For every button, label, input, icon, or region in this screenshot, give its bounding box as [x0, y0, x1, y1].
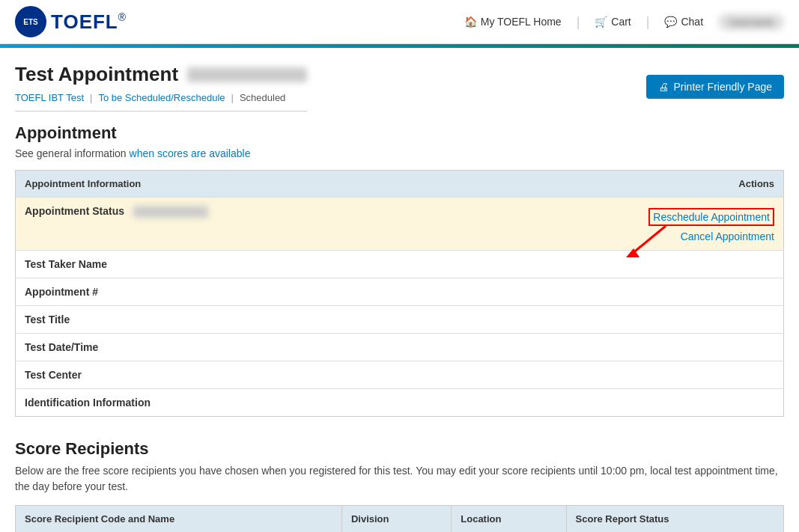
table-row: Test Title — [16, 306, 784, 334]
breadcrumb-sep-1: | — [90, 92, 92, 103]
table-row: Test Date/Time — [16, 334, 784, 361]
page-title: Test Appointment — [15, 63, 178, 86]
actions-cell-empty-4 — [620, 334, 783, 361]
cart-icon: 🛒 — [595, 16, 607, 28]
appointment-subtitle: See general information when scores are … — [15, 147, 784, 159]
logo-area: ETS TOEFL® — [15, 6, 127, 37]
table-row: Identification Information — [16, 389, 784, 417]
table-row: Appointment Status Reschedule Appointmen… — [16, 198, 784, 251]
breadcrumb-item-0[interactable]: TOEFL IBT Test — [15, 92, 84, 103]
breadcrumb-sep-2: | — [231, 92, 234, 103]
score-recipients-title: Score Recipients — [15, 439, 784, 459]
score-section-description: Below are the free score recipients you … — [15, 463, 784, 495]
actions-cell-empty-6 — [620, 389, 783, 417]
test-center-label: Test Center — [16, 361, 621, 389]
printer-icon: 🖨 — [658, 81, 669, 93]
test-taker-name-label: Test Taker Name — [16, 251, 621, 278]
chat-nav-link[interactable]: 💬 Chat — [664, 16, 703, 28]
chat-icon: 💬 — [664, 16, 677, 28]
actions-cell: Reschedule Appointment Cancel Appointmen… — [620, 198, 783, 251]
username-pill: Username — [718, 13, 784, 31]
actions-cell-empty-1 — [620, 251, 783, 278]
test-title-label: Test Title — [16, 306, 621, 334]
nav-separator-2: | — [646, 14, 650, 30]
appt-status-value-blur — [133, 206, 208, 218]
toefl-logo: TOEFL® — [51, 10, 127, 34]
col-score-report-status: Score Report Status — [566, 506, 783, 533]
printer-friendly-button[interactable]: 🖨 Printer Friendly Page — [646, 75, 784, 99]
score-table-header: Score Recipient Code and Name Division L… — [16, 506, 784, 533]
nav-separator-1: | — [577, 14, 580, 30]
table-row: Appointment # — [16, 278, 784, 306]
actions-cell-empty-3 — [620, 306, 783, 334]
cancel-appointment-link[interactable]: Cancel Appointment — [681, 230, 774, 242]
appointment-number-label: Appointment # — [16, 278, 621, 306]
cart-nav-link[interactable]: 🛒 Cart — [595, 16, 631, 28]
actions-cell-empty-5 — [620, 361, 783, 389]
nav-links: 🏠 My TOEFL Home | 🛒 Cart | 💬 Chat Userna… — [464, 13, 784, 31]
svg-line-0 — [632, 226, 666, 254]
toolbar-row: 🖨 Printer Friendly Page — [646, 75, 784, 99]
identification-info-label: Identification Information — [16, 389, 621, 417]
score-recipients-table: Score Recipient Code and Name Division L… — [15, 505, 784, 532]
breadcrumb: TOEFL IBT Test | To be Scheduled/Resched… — [15, 92, 307, 111]
appointment-title: Appointment — [15, 123, 784, 143]
actions-column: Reschedule Appointment Cancel Appointmen… — [629, 205, 774, 242]
breadcrumb-item-2: Scheduled — [240, 92, 285, 103]
page-title-row: Test Appointment — [15, 63, 307, 86]
header: ETS TOEFL® 🏠 My TOEFL Home | 🛒 Cart | 💬 … — [0, 0, 799, 44]
scores-available-link[interactable]: when scores are available — [130, 147, 251, 159]
breadcrumb-item-1[interactable]: To be Scheduled/Reschedule — [98, 92, 225, 103]
actions-cell-empty-2 — [620, 278, 783, 306]
appointment-section: Appointment See general information when… — [15, 123, 784, 417]
col-division: Division — [341, 506, 451, 533]
home-nav-link[interactable]: 🏠 My TOEFL Home — [464, 16, 562, 28]
col-recipient-code-name: Score Recipient Code and Name — [16, 506, 342, 533]
home-icon: 🏠 — [464, 16, 477, 28]
score-recipients-section: Score Recipients Below are the free scor… — [15, 439, 784, 532]
appt-status-label: Appointment Status — [16, 198, 621, 251]
appointment-table-header: Appointment Information Actions — [16, 171, 784, 198]
page-username-blur — [187, 67, 307, 82]
col-actions-header: Actions — [620, 171, 783, 198]
col-info-header: Appointment Information — [16, 171, 621, 198]
reschedule-appointment-link[interactable]: Reschedule Appointment — [648, 208, 774, 226]
test-datetime-label: Test Date/Time — [16, 334, 621, 361]
appointment-table: Appointment Information Actions Appointm… — [15, 170, 784, 417]
table-row: Test Center — [16, 361, 784, 389]
col-location: Location — [452, 506, 566, 533]
table-row: Test Taker Name — [16, 251, 784, 278]
ets-logo: ETS — [15, 6, 46, 37]
page-content: Test Appointment TOEFL IBT Test | To be … — [0, 48, 799, 532]
